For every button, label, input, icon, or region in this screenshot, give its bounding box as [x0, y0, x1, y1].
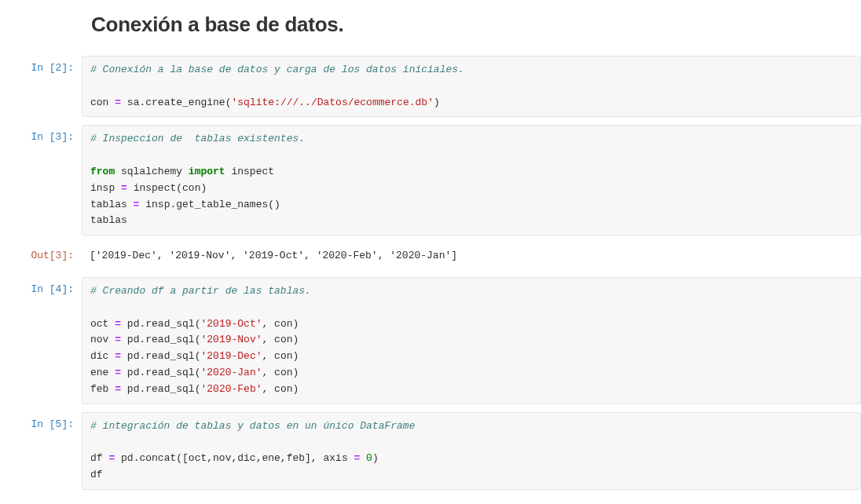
code-input[interactable]: # Conexión a la base de datos y carga de…: [82, 56, 861, 117]
cell-input-row: In [4]:# Creando df a partir de las tabl…: [0, 277, 861, 404]
notebook: Conexión a base de datos. In [2]:# Conex…: [0, 13, 861, 490]
input-prompt: In [4]:: [0, 277, 82, 404]
code-input[interactable]: # Creando df a partir de las tablas. oct…: [82, 277, 861, 404]
input-prompt: In [3]:: [0, 125, 82, 236]
code-output: ['2019-Dec', '2019-Nov', '2019-Oct', '20…: [82, 243, 861, 269]
input-prompt: In [2]:: [0, 56, 82, 117]
cell-input-row: In [3]:# Inspeccion de tablas existentes…: [0, 125, 861, 236]
cell-input-row: In [5]:# integración de tablas y datos e…: [0, 412, 861, 490]
input-prompt: In [5]:: [0, 412, 82, 490]
section-heading: Conexión a base de datos.: [91, 13, 861, 37]
code-input[interactable]: # Inspeccion de tablas existentes. from …: [82, 125, 861, 236]
cell-output-row: Out[3]:['2019-Dec', '2019-Nov', '2019-Oc…: [0, 243, 861, 269]
cell-input-row: In [2]:# Conexión a la base de datos y c…: [0, 56, 861, 117]
output-prompt: Out[3]:: [0, 243, 82, 269]
code-input[interactable]: # integración de tablas y datos en un ún…: [82, 412, 861, 490]
cells-container: In [2]:# Conexión a la base de datos y c…: [0, 56, 861, 490]
